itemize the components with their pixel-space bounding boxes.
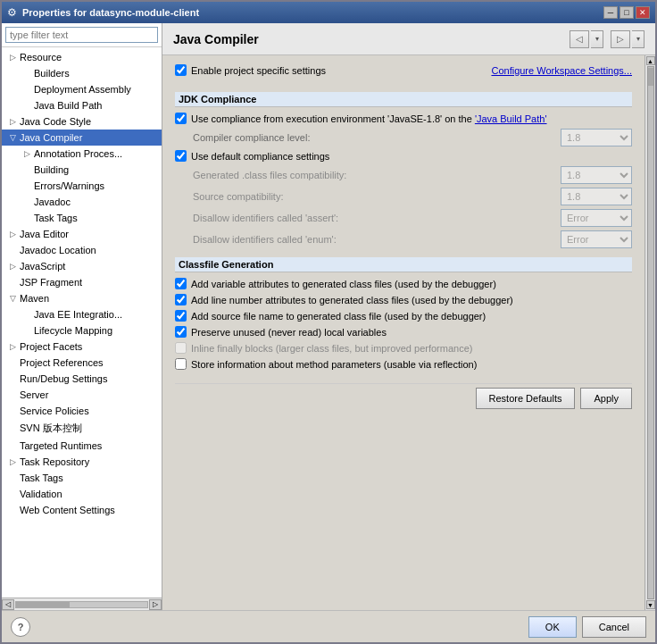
cf-check-add-source: Add source file name to generated class …	[175, 310, 632, 322]
sidebar-item-svn[interactable]: SVN 版本控制	[2, 419, 162, 438]
sidebar-item-annotation[interactable]: ▷ Annotation Proces...	[2, 146, 162, 162]
sidebar-item-java-compiler[interactable]: ▽ Java Compiler	[2, 130, 162, 146]
sidebar-item-server[interactable]: Server	[2, 387, 162, 403]
content-with-scroll: Enable project specific settings Configu…	[162, 55, 655, 610]
cancel-button[interactable]: Cancel	[582, 616, 646, 638]
sidebar-item-javaee[interactable]: Java EE Integratio...	[2, 306, 162, 322]
add-variable-label: Add variable attributes to generated cla…	[191, 279, 496, 289]
sidebar-item-builders[interactable]: Builders	[2, 65, 162, 81]
compiler-compliance-select[interactable]: 1.8	[561, 129, 632, 146]
collapse-icon: ▽	[5, 133, 20, 142]
sidebar-item-maven[interactable]: ▽ Maven	[2, 290, 162, 306]
sidebar-item-javadoc[interactable]: Javadoc	[2, 194, 162, 210]
sidebar-item-web-content[interactable]: Web Content Settings	[2, 502, 162, 518]
sidebar-item-project-references[interactable]: Project References	[2, 355, 162, 371]
add-line-number-label: Add line number attributes to generated …	[191, 295, 513, 305]
apply-button[interactable]: Apply	[580, 388, 632, 409]
expand-icon: ▷	[5, 342, 20, 351]
forward-dropdown[interactable]: ▾	[632, 30, 645, 48]
tree-area: ▷ Resource Builders Deployment Assembl	[2, 47, 162, 598]
sidebar-item-errors[interactable]: Errors/Warnings	[2, 178, 162, 194]
footer: ? OK Cancel	[2, 610, 655, 642]
sidebar-item-java-editor[interactable]: ▷ Java Editor	[2, 226, 162, 242]
sidebar-item-task-repository[interactable]: ▷ Task Repository	[2, 454, 162, 470]
add-source-file-checkbox[interactable]	[175, 310, 187, 322]
use-default-compliance-row: Use default compliance settings	[175, 150, 632, 162]
ok-button[interactable]: OK	[528, 616, 577, 638]
disallow-enum-row: Disallow identifiers called 'enum': Erro…	[175, 230, 632, 248]
classfile-generation-section: Classfile Generation Add variable attrib…	[175, 257, 632, 370]
back-dropdown[interactable]: ▾	[591, 30, 603, 48]
sidebar-item-java-build-path[interactable]: Java Build Path	[2, 97, 162, 113]
store-parameters-checkbox[interactable]	[175, 358, 187, 370]
spacer2	[175, 374, 632, 383]
filter-box	[2, 23, 162, 47]
window-controls: ─ □ ✕	[603, 6, 650, 19]
sidebar-item-project-facets[interactable]: ▷ Project Facets	[2, 339, 162, 355]
source-compat-label: Source compatibility:	[193, 191, 561, 202]
main-panel: Java Compiler ◁ ▾ ▷ ▾ Enable project	[162, 23, 655, 610]
sidebar-item-targeted-runtimes[interactable]: Targeted Runtimes	[2, 438, 162, 454]
help-button[interactable]: ?	[11, 617, 30, 637]
maximize-button[interactable]: □	[620, 6, 634, 19]
disallow-assert-label: Disallow identifiers called 'assert':	[193, 213, 561, 223]
scroll-up-btn[interactable]: ▲	[646, 56, 655, 65]
java-build-path-link[interactable]: 'Java Build Path'	[475, 113, 547, 124]
use-default-compliance-checkbox[interactable]	[175, 150, 187, 162]
forward-button[interactable]: ▷	[611, 30, 630, 48]
sidebar-item-task-tags2[interactable]: Task Tags	[2, 470, 162, 486]
h-scroll-thumb[interactable]	[16, 602, 70, 607]
sidebar-item-task-tags[interactable]: Task Tags	[2, 210, 162, 226]
sidebar-item-javadoc-location[interactable]: Javadoc Location	[2, 242, 162, 258]
sidebar-item-run-debug[interactable]: Run/Debug Settings	[2, 371, 162, 387]
expand-icon: ▷	[5, 262, 20, 271]
sidebar-item-service-policies[interactable]: Service Policies	[2, 403, 162, 419]
sidebar-item-building[interactable]: Building	[2, 162, 162, 178]
source-compat-select[interactable]: 1.8	[561, 188, 632, 205]
disallow-enum-label: Disallow identifiers called 'enum':	[193, 234, 561, 245]
sidebar-item-java-code-style[interactable]: ▷ Java Code Style	[2, 113, 162, 130]
expand-icon: ▷	[5, 230, 20, 238]
expand-icon: ▷	[5, 117, 20, 126]
content-area: ▷ Resource Builders Deployment Assembl	[2, 23, 655, 610]
sidebar-item-resource[interactable]: ▷ Resource	[2, 49, 162, 65]
add-variable-checkbox[interactable]	[175, 278, 187, 289]
top-row: Enable project specific settings Configu…	[175, 64, 632, 76]
source-compat-row: Source compatibility: 1.8	[175, 188, 632, 205]
close-button[interactable]: ✕	[636, 6, 650, 19]
scroll-thumb-v[interactable]	[648, 68, 653, 86]
inline-finally-checkbox[interactable]	[175, 342, 187, 354]
generated-class-select[interactable]: 1.8	[561, 166, 632, 184]
cf-check-inline-finally: Inline finally blocks (larger class file…	[175, 342, 632, 354]
inline-finally-label: Inline finally blocks (larger class file…	[191, 343, 472, 354]
scroll-right-btn[interactable]: ▷	[149, 599, 162, 610]
sidebar-item-javascript[interactable]: ▷ JavaScript	[2, 258, 162, 274]
main-content: Enable project specific settings Configu…	[162, 55, 645, 610]
scroll-left-btn[interactable]: ◁	[2, 599, 14, 610]
sidebar-item-validation[interactable]: Validation	[2, 486, 162, 502]
sidebar-item-deployment[interactable]: Deployment Assembly	[2, 81, 162, 97]
cf-check-preserve-unused: Preserve unused (never read) local varia…	[175, 326, 632, 338]
configure-workspace-link[interactable]: Configure Workspace Settings...	[491, 65, 632, 76]
action-buttons-row: Restore Defaults Apply	[175, 383, 632, 409]
use-compliance-row: Use compliance from execution environmen…	[175, 113, 632, 124]
enable-project-settings-checkbox[interactable]	[175, 64, 187, 76]
compiler-compliance-label: Compiler compliance level:	[193, 132, 561, 143]
footer-right: OK Cancel	[528, 616, 646, 638]
expand-icon: ▷	[5, 53, 20, 62]
disallow-assert-select[interactable]: Error	[561, 209, 632, 227]
properties-window: ⚙ Properties for datasync-module-client …	[0, 0, 657, 644]
sidebar-item-lifecycle[interactable]: Lifecycle Mapping	[2, 322, 162, 339]
sidebar-item-jsp-fragment[interactable]: JSP Fragment	[2, 274, 162, 290]
filter-input[interactable]	[5, 27, 158, 43]
restore-defaults-button[interactable]: Restore Defaults	[476, 388, 576, 409]
add-line-number-checkbox[interactable]	[175, 294, 187, 305]
store-parameters-label: Store information about method parameter…	[191, 359, 477, 370]
minimize-button[interactable]: ─	[603, 6, 618, 19]
scroll-down-btn[interactable]: ▼	[646, 600, 655, 609]
use-compliance-checkbox[interactable]	[175, 113, 187, 124]
titlebar: ⚙ Properties for datasync-module-client …	[2, 2, 655, 23]
preserve-unused-checkbox[interactable]	[175, 326, 187, 338]
back-button[interactable]: ◁	[570, 30, 589, 48]
disallow-enum-select[interactable]: Error	[561, 230, 632, 248]
